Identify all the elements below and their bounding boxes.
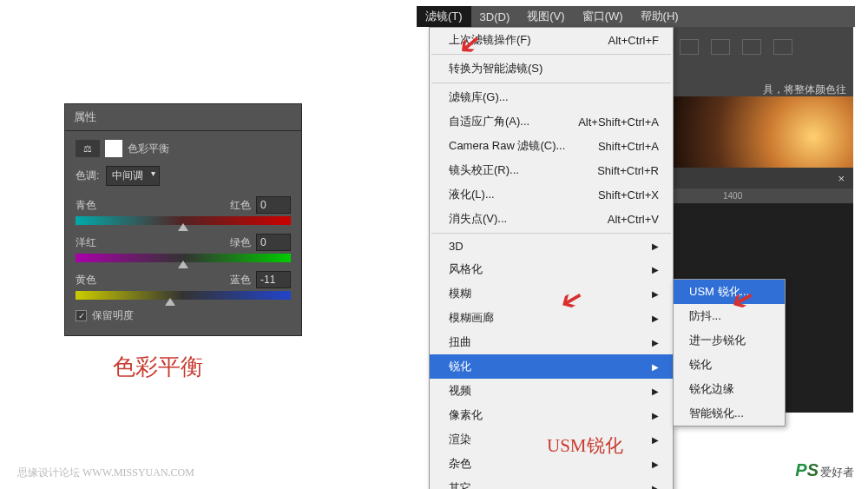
submenu-arrow-icon: ▶	[652, 387, 659, 396]
submenu-arrow-icon: ▶	[652, 314, 659, 323]
menu-item-other[interactable]: 其它▶	[430, 476, 673, 489]
slider-track[interactable]	[76, 254, 291, 262]
menu-item-label: 上次滤镜操作(F)	[449, 32, 531, 48]
menu-separator	[431, 83, 671, 83]
menu-item-shortcut: Shift+Ctrl+R	[597, 164, 659, 177]
document-thumbnail	[671, 96, 853, 169]
color-balance-title: 色彩平衡	[128, 142, 169, 156]
preserve-luminosity-checkbox[interactable]: ✓	[76, 310, 87, 321]
submenu-arrow-icon: ▶	[652, 338, 659, 347]
submenu-arrow-icon: ▶	[652, 265, 659, 274]
menu-item-convert-smart[interactable]: 转换为智能滤镜(S)	[430, 56, 673, 81]
menu-item-label: 转换为智能滤镜(S)	[449, 61, 542, 76]
mask-icon[interactable]	[105, 140, 122, 157]
menu-view[interactable]: 视图(V)	[518, 6, 573, 27]
menu-window[interactable]: 窗口(W)	[574, 6, 632, 27]
properties-tab[interactable]: 属性	[65, 104, 301, 131]
ruler-tick: 1400	[723, 191, 742, 201]
slider-thumb[interactable]	[178, 223, 188, 231]
menu-item-liquify[interactable]: 液化(L)...Shift+Ctrl+X	[430, 182, 673, 207]
slider-right-label: 红色	[230, 198, 251, 213]
sharpen-submenu: USM 锐化... 防抖... 进一步锐化 锐化 锐化边缘 智能锐化...	[673, 279, 786, 426]
photoshop-window: 滤镜(T) 3D(D) 视图(V) 窗口(W) 帮助(H) 具，将整体颜色往 ×…	[417, 6, 855, 27]
tool-icon[interactable]	[711, 39, 730, 55]
submenu-arrow-icon: ▶	[652, 362, 659, 372]
submenu-arrow-icon: ▶	[652, 435, 659, 445]
menu-item-label: 自适应广角(A)...	[449, 114, 529, 129]
submenu-arrow-icon: ▶	[652, 459, 659, 469]
slider-value-input[interactable]: 0	[256, 196, 291, 214]
menu-item-label: 模糊	[449, 286, 471, 301]
menu-separator	[431, 54, 671, 55]
tool-icon[interactable]	[773, 39, 792, 55]
slider-cyan-red: 青色 红色 0	[76, 196, 291, 225]
menu-item-blur-gallery[interactable]: 模糊画廊▶	[430, 306, 673, 330]
menu-item-label: Camera Raw 滤镜(C)...	[449, 138, 565, 154]
slider-left-label: 青色	[76, 198, 96, 213]
menu-item-lens-correction[interactable]: 镜头校正(R)...Shift+Ctrl+R	[430, 158, 673, 182]
tool-icon[interactable]	[742, 39, 761, 55]
slider-thumb[interactable]	[165, 298, 175, 306]
menu-item-camera-raw[interactable]: Camera Raw 滤镜(C)...Shift+Ctrl+A	[430, 134, 673, 158]
submenu-item-smart-sharpen[interactable]: 智能锐化...	[674, 401, 785, 426]
logo-text: 爱好者	[820, 466, 854, 479]
menu-item-label: 像素化	[449, 407, 483, 423]
submenu-item-sharpen-more[interactable]: 进一步锐化	[674, 328, 785, 353]
ruler: 1400	[671, 188, 853, 204]
logo-s: S	[807, 460, 819, 479]
tone-select[interactable]: 中间调	[106, 166, 160, 186]
slider-right-label: 绿色	[230, 235, 251, 250]
menu-item-blur[interactable]: 模糊▶	[430, 281, 673, 306]
slider-track[interactable]	[76, 291, 291, 300]
menu-item-pixelate[interactable]: 像素化▶	[430, 403, 673, 427]
slider-value-input[interactable]: 0	[256, 234, 291, 251]
document-tab-bar: ×	[671, 168, 853, 188]
menu-filter[interactable]: 滤镜(T)	[417, 6, 471, 27]
properties-panel: 属性 ⚖ 色彩平衡 色调: 中间调 青色 红色 0	[64, 103, 302, 336]
preserve-luminosity-label: 保留明度	[92, 308, 134, 323]
menu-item-label: 扭曲	[449, 334, 471, 350]
menu-item-adaptive-wide[interactable]: 自适应广角(A)...Alt+Shift+Ctrl+A	[430, 109, 673, 134]
tool-icon[interactable]	[680, 39, 699, 55]
close-tab-icon[interactable]: ×	[838, 172, 845, 185]
menu-item-label: 3D	[449, 240, 464, 253]
menu-item-video[interactable]: 视频▶	[430, 379, 673, 403]
slider-left-label: 黄色	[76, 273, 96, 287]
menu-help[interactable]: 帮助(H)	[632, 6, 687, 27]
menu-item-3d[interactable]: 3D▶	[430, 235, 673, 257]
menu-item-filter-gallery[interactable]: 滤镜库(G)...	[430, 85, 673, 109]
menu-3d[interactable]: 3D(D)	[471, 6, 519, 27]
submenu-arrow-icon: ▶	[652, 289, 659, 299]
menu-item-label: 消失点(V)...	[449, 211, 507, 227]
menu-item-vanishing-point[interactable]: 消失点(V)...Alt+Ctrl+V	[430, 207, 673, 231]
caption-color-balance: 色彩平衡	[113, 352, 203, 382]
menu-item-label: 视频	[449, 383, 471, 399]
menu-item-label: 滤镜库(G)...	[449, 89, 509, 105]
slider-right-label: 蓝色	[230, 273, 251, 287]
slider-magenta-green: 洋红 绿色 0	[76, 234, 291, 262]
menu-item-label: 镜头校正(R)...	[449, 162, 519, 178]
submenu-item-sharpen-edges[interactable]: 锐化边缘	[674, 377, 785, 401]
watermark-right: PS爱好者	[795, 460, 854, 480]
menu-item-shortcut: Alt+Ctrl+F	[608, 34, 659, 47]
menu-item-stylize[interactable]: 风格化▶	[430, 257, 673, 281]
menubar: 滤镜(T) 3D(D) 视图(V) 窗口(W) 帮助(H)	[417, 6, 855, 27]
menu-item-sharpen[interactable]: 锐化▶	[430, 354, 673, 379]
filter-dropdown-menu: 上次滤镜操作(F) Alt+Ctrl+F 转换为智能滤镜(S) 滤镜库(G)..…	[429, 27, 674, 489]
menu-item-distort[interactable]: 扭曲▶	[430, 330, 673, 354]
menu-item-last-filter[interactable]: 上次滤镜操作(F) Alt+Ctrl+F	[430, 28, 673, 52]
logo-p: P	[795, 460, 806, 479]
truncated-hint-text: 具，将整体颜色往	[763, 83, 846, 97]
menu-item-label: 风格化	[449, 261, 483, 277]
submenu-arrow-icon: ▶	[652, 484, 659, 490]
submenu-item-sharpen[interactable]: 锐化	[674, 353, 785, 377]
submenu-item-usm[interactable]: USM 锐化...	[674, 280, 785, 304]
slider-value-input[interactable]: -11	[256, 271, 291, 288]
menu-item-label: 其它	[449, 480, 471, 489]
slider-thumb[interactable]	[178, 261, 188, 268]
menu-item-shortcut: Alt+Shift+Ctrl+A	[578, 116, 659, 129]
submenu-item-shake-reduction[interactable]: 防抖...	[674, 304, 785, 328]
slider-track[interactable]	[76, 216, 291, 225]
caption-usm: USM锐化	[547, 433, 623, 458]
menu-item-label: 渲染	[449, 432, 471, 447]
